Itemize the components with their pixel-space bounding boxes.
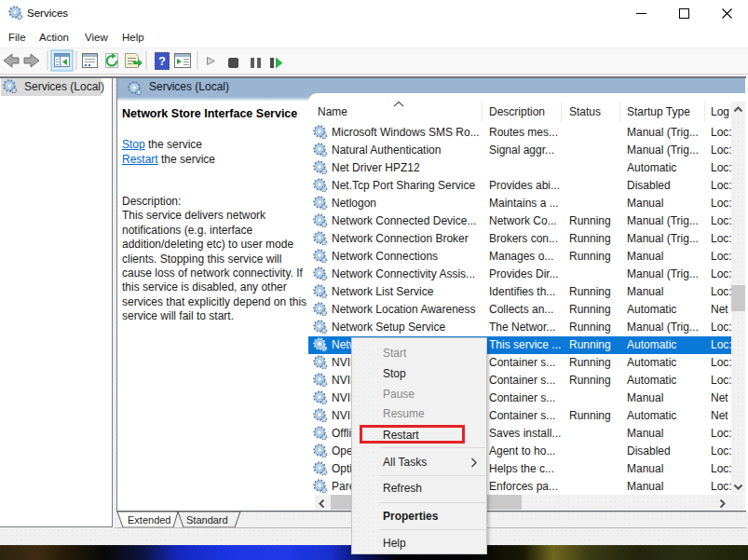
svg-text:Standard: Standard xyxy=(186,514,228,526)
svg-text:?: ? xyxy=(158,54,166,68)
svg-text:Extended: Extended xyxy=(128,514,170,526)
